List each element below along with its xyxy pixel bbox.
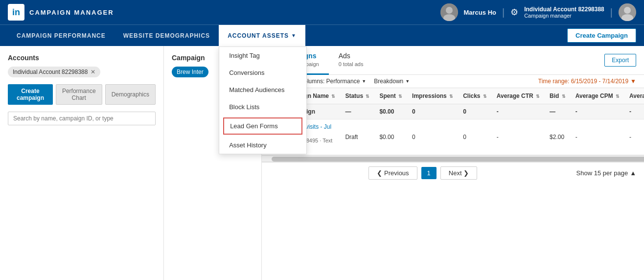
menu-conversions[interactable]: Conversions [219,64,306,81]
menu-insight-tag[interactable]: Insight Tag [219,47,306,64]
menu-asset-history[interactable]: Asset History [219,137,306,154]
tab-ads[interactable]: Ads 0 total ads [329,46,373,75]
total-avg-ctr: - [492,104,545,119]
main-content: Accounts Individual Account 82298388 ✕ C… [0,46,644,280]
header-right: Marcus Ho | ⚙ Individual Account 8229838… [440,3,637,21]
sidebar-buttons: Create campaign Performance Chart Demogr… [8,84,156,105]
account-tag: Individual Account 82298388 ✕ [8,67,100,77]
total-bid: — [545,104,571,119]
col-average-ctr[interactable]: Average CTR ⇅ [492,88,545,104]
performance-chart-button[interactable]: Performance Chart [56,84,102,105]
sort-clicks: ⇅ [483,94,487,99]
user-name: Marcus Ho [464,9,496,16]
svg-point-4 [624,7,631,14]
sort-impressions: ⇅ [449,94,453,99]
col-average-cpc[interactable]: Average CPC ⇅ [624,88,644,104]
account-assets-dropdown: ACCOUNT ASSETS ▼ Insight Tag Conversions… [219,25,305,47]
col-status[interactable]: Status ⇅ [340,88,374,104]
row-impressions: 0 [407,119,458,155]
per-page-selector[interactable]: Show 15 per page ▲ [576,169,636,177]
demographics-button[interactable]: Demographics [105,84,156,105]
account-subtitle: Campaign manager [524,13,604,19]
logo-text: in [12,7,20,18]
dropdown-arrow: ▼ [291,33,297,38]
row-avg-cpc: - [624,119,644,155]
avatar-secondary[interactable] [619,3,636,21]
columns-button[interactable]: Columns: Performance ▼ [300,78,367,85]
search-input[interactable] [8,112,156,125]
columns-arrow: ▼ [362,79,366,84]
nav-bar: CAMPAIGN PERFORMANCE WEBSITE DEMOGRAPHIC… [0,24,644,46]
linkedin-logo[interactable]: in [8,4,24,21]
table-row-total: 1 campaign — $0.00 0 0 - — - - 0 [262,104,644,119]
sort-campaign-name: ⇅ [331,94,335,99]
accounts-sidebar: Accounts Individual Account 82298388 ✕ C… [0,46,164,280]
scrollbar-thumb[interactable] [272,157,644,162]
menu-matched-audiences[interactable]: Matched Audiences [219,81,306,98]
col-clicks[interactable]: Clicks ⇅ [458,88,492,104]
header-divider-2: | [610,7,613,18]
row-bid: $2.00 [545,119,571,155]
sort-avg-ctr: ⇅ [536,94,540,99]
header-divider: | [502,7,505,18]
account-tag-close[interactable]: ✕ [91,69,95,75]
next-arrow: ❯ [463,169,469,177]
menu-block-lists[interactable]: Block Lists [219,98,306,116]
create-campaign-button[interactable]: Create Campaign [567,28,636,43]
campaigns-table: Campaign Name ⇅ Status ⇅ Spent ⇅ Impress… [262,88,644,155]
col-spent[interactable]: Spent ⇅ [374,88,407,104]
row-avg-cpm: - [571,119,624,155]
breakdown-button[interactable]: Breakdown ▼ [374,78,410,85]
svg-point-1 [446,7,453,14]
total-spent: $0.00 [374,104,407,119]
previous-button[interactable]: ❮ Previous [368,166,417,180]
nav-campaign-performance[interactable]: CAMPAIGN PERFORMANCE [8,25,115,47]
col-average-cpm[interactable]: Average CPM ⇅ [571,88,624,104]
filters-row: Filters ▼ Columns: Performance ▼ Breakdo… [262,75,644,88]
per-page-arrow: ▲ [630,169,636,177]
total-status: — [340,104,374,119]
account-name-header: Individual Account 82298388 [524,6,604,13]
menu-lead-gen-forms[interactable]: Lead Gen Forms [223,117,302,135]
nav-account-assets[interactable]: ACCOUNT ASSETS ▼ [219,25,305,47]
sort-status: ⇅ [366,94,369,99]
export-button[interactable]: Export [604,54,636,67]
row-status: Draft [340,119,374,155]
total-impressions: 0 [407,104,458,119]
nav-website-demographics[interactable]: WEBSITE DEMOGRAPHICS [115,25,219,47]
total-avg-cpm: - [571,104,624,119]
accounts-title: Accounts [8,54,156,62]
avatar-marcus[interactable] [440,3,458,21]
gear-icon[interactable]: ⚙ [510,7,518,18]
campaign-tag: Brew Inter [172,67,208,77]
table-row: Website visits - Jul 14, 2019 ID: 129618… [262,119,644,155]
create-campaign-sidebar-button[interactable]: Create campaign [8,84,53,105]
table-area: Campaigns 1 total campaign Ads 0 total a… [262,46,644,280]
tabs-row: Campaigns 1 total campaign Ads 0 total a… [262,46,644,75]
sort-bid: ⇅ [562,94,566,99]
col-impressions[interactable]: Impressions ⇅ [407,88,458,104]
app-title: CAMPAIGN MANAGER [29,9,114,16]
sort-spent: ⇅ [398,94,402,99]
top-header: in CAMPAIGN MANAGER Marcus Ho | ⚙ Indivi… [0,0,644,24]
account-assets-menu: Insight Tag Conversions Matched Audience… [219,47,307,154]
current-page: 1 [421,167,437,179]
breakdown-arrow: ▼ [405,79,410,84]
total-clicks: 0 [458,104,492,119]
time-range-arrow: ▼ [630,78,636,85]
row-clicks: 0 [458,119,492,155]
row-spent: $0.00 [374,119,407,155]
row-avg-ctr: - [492,119,545,155]
prev-arrow: ❮ [377,169,382,177]
total-avg-cpc: - [624,104,644,119]
account-info: Individual Account 82298388 Campaign man… [524,6,604,19]
time-range-button[interactable]: Time range: 6/15/2019 - 7/14/2019 ▼ [538,78,636,85]
next-button[interactable]: Next ❯ [440,166,477,180]
user-info: Marcus Ho [464,9,496,16]
col-bid[interactable]: Bid ⇅ [545,88,571,104]
sort-avg-cpm: ⇅ [616,94,620,99]
horizontal-scrollbar[interactable] [262,155,644,162]
